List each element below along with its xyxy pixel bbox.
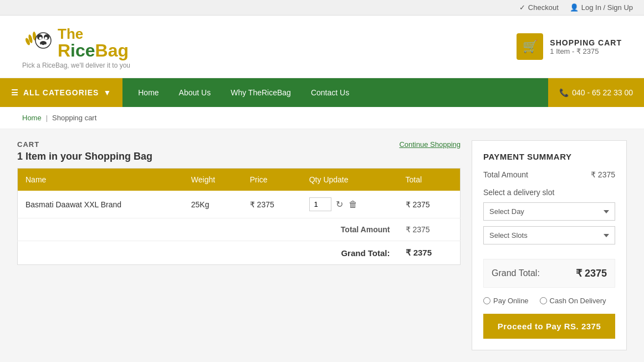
- cart-icon: 🛒: [517, 33, 543, 60]
- checkout-label: Checkout: [528, 3, 559, 12]
- nav-home[interactable]: Home: [128, 78, 168, 107]
- svg-point-7: [45, 37, 48, 40]
- cart-label: CART: [17, 140, 152, 149]
- login-link[interactable]: 👤 Log In / Sign Up: [570, 3, 633, 12]
- checkout-icon: ✓: [519, 3, 525, 12]
- continue-shopping-link[interactable]: Continue Shopping: [399, 140, 461, 149]
- grand-total-label: Grand Total:: [18, 241, 398, 265]
- select-slots-dropdown[interactable]: Select Slots: [483, 226, 615, 244]
- payment-summary: PAYMENT SUMMARY Total Amount ₹ 2375 Sele…: [472, 140, 627, 350]
- payment-total-label: Total Amount: [483, 170, 528, 179]
- svg-point-3: [35, 33, 51, 48]
- cart-table: Name Weight Price Qty Update Total Basma…: [17, 168, 461, 265]
- top-bar: ✓ Checkout 👤 Log In / Sign Up: [0, 0, 644, 16]
- nav-contact[interactable]: Contact Us: [301, 78, 359, 107]
- pay-online-radio[interactable]: [483, 297, 490, 304]
- total-amount-value: ₹ 2375: [398, 218, 461, 241]
- item-total: ₹ 2375: [398, 191, 461, 218]
- cart-info: SHOPPING CART 1 Item - ₹ 2375: [550, 38, 622, 55]
- col-weight: Weight: [183, 169, 242, 191]
- logo-area: The RiceBag Pick a RiceBag, we'll delive…: [22, 24, 130, 69]
- all-categories-label: ALL CATEGORIES: [23, 88, 99, 97]
- cart-header: CART 1 Item in your Shopping Bag Continu…: [17, 140, 461, 162]
- col-qty: Qty Update: [301, 169, 398, 191]
- item-name: Basmati Daawat XXL Brand: [18, 191, 183, 218]
- cash-on-delivery-radio[interactable]: [540, 297, 547, 304]
- items-count: 1 Item in your Shopping Bag: [17, 151, 152, 162]
- nav-links: Home About Us Why TheRiceBag Contact Us: [122, 78, 548, 107]
- hamburger-icon: ☰: [11, 88, 19, 97]
- item-qty-cell: ↻ 🗑: [301, 191, 398, 218]
- breadcrumb: Home | Shopping cart: [0, 107, 644, 129]
- delivery-slot-label: Select a delivery slot: [483, 188, 615, 197]
- user-icon: 👤: [570, 3, 579, 12]
- pay-online-label: Pay Online: [493, 297, 529, 305]
- breadcrumb-current: Shopping cart: [52, 114, 96, 122]
- logo-tagline: Pick a RiceBag, we'll deliver it to you: [22, 62, 130, 69]
- cart-box[interactable]: 🛒 SHOPPING CART 1 Item - ₹ 2375: [517, 33, 622, 60]
- total-row: Total Amount ₹ 2375: [18, 218, 461, 241]
- proceed-to-pay-btn[interactable]: Proceed to Pay RS. 2375: [483, 314, 615, 339]
- logo-wrapper: The RiceBag: [22, 24, 129, 59]
- cash-on-delivery-option[interactable]: Cash On Delivery: [540, 297, 606, 305]
- grand-total-row: Grand Total: ₹ 2375: [18, 241, 461, 265]
- cart-section: CART 1 Item in your Shopping Bag Continu…: [17, 140, 461, 265]
- phone-icon: 📞: [559, 88, 569, 97]
- phone-number: 040 - 65 22 33 00: [572, 88, 633, 97]
- total-amount-label: Total Amount: [18, 218, 398, 241]
- main-content: CART 1 Item in your Shopping Bag Continu…: [6, 140, 638, 350]
- col-name: Name: [18, 169, 183, 191]
- cart-subtitle: 1 Item - ₹ 2375: [550, 47, 622, 55]
- nav-why[interactable]: Why TheRiceBag: [221, 78, 301, 107]
- breadcrumb-home[interactable]: Home: [22, 114, 42, 122]
- col-total: Total: [398, 169, 461, 191]
- cart-title: SHOPPING CART: [550, 38, 622, 47]
- payment-methods: Pay Online Cash On Delivery: [483, 297, 615, 305]
- item-price: ₹ 2375: [242, 191, 301, 218]
- grand-total-value: ₹ 2375: [398, 241, 461, 265]
- nav-phone: 📞 040 - 65 22 33 00: [548, 78, 644, 107]
- nav: ☰ ALL CATEGORIES ▼ Home About Us Why The…: [0, 78, 644, 107]
- table-row: Basmati Daawat XXL Brand 25Kg ₹ 2375 ↻ 🗑…: [18, 191, 461, 218]
- logo-text-area: The RiceBag: [58, 24, 129, 59]
- checkout-link[interactable]: ✓ Checkout: [519, 3, 559, 12]
- col-price: Price: [242, 169, 301, 191]
- cart-header-left: CART 1 Item in your Shopping Bag: [17, 140, 152, 162]
- chevron-down-icon: ▼: [103, 88, 111, 97]
- select-day-dropdown[interactable]: Select Day: [483, 202, 615, 221]
- grand-total-box: Grand Total: ₹ 2375: [483, 259, 615, 288]
- delete-item-btn[interactable]: 🗑: [347, 198, 359, 211]
- payment-total-row: Total Amount ₹ 2375: [483, 170, 615, 179]
- item-weight: 25Kg: [183, 191, 242, 218]
- payment-total-value: ₹ 2375: [591, 170, 615, 179]
- pay-online-option[interactable]: Pay Online: [483, 297, 529, 305]
- payment-title: PAYMENT SUMMARY: [483, 152, 615, 161]
- logo-image: [22, 25, 55, 58]
- all-categories-btn[interactable]: ☰ ALL CATEGORIES ▼: [0, 78, 122, 107]
- qty-input[interactable]: [309, 197, 331, 211]
- grand-total-box-value: ₹ 2375: [576, 267, 607, 279]
- grand-total-box-label: Grand Total:: [492, 268, 540, 278]
- cash-on-delivery-label: Cash On Delivery: [550, 297, 606, 305]
- nav-about[interactable]: About Us: [169, 78, 221, 107]
- svg-point-6: [39, 37, 42, 40]
- login-label: Log In / Sign Up: [581, 3, 633, 12]
- breadcrumb-separator: |: [46, 114, 48, 122]
- header: The RiceBag Pick a RiceBag, we'll delive…: [0, 16, 644, 78]
- refresh-qty-btn[interactable]: ↻: [335, 198, 344, 211]
